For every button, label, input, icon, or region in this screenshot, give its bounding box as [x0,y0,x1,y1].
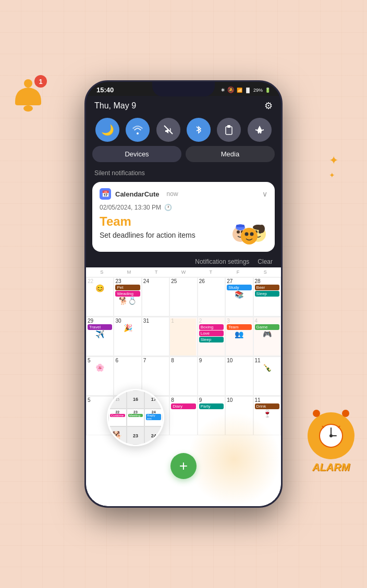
cal-event-team: Team [227,324,251,330]
bluetooth-toggle[interactable] [187,118,211,142]
cal-event-diary: Diary [171,403,195,409]
cal-date-24: 24 [143,278,168,284]
devices-tab[interactable]: Devices [92,146,181,162]
cal-day-28[interactable]: 28 Beer Sleep [253,277,281,316]
cal-day-27[interactable]: 27 Study 📚 [225,277,253,316]
airplane-toggle[interactable] [248,118,272,142]
notif-chevron-icon[interactable]: ∨ [262,190,267,198]
cal-day-10[interactable]: 10 [225,357,253,396]
phone-frame: 15:40 ∗ 🔕 📶 ▐▌ 29% 🔋 Thu, May 9 ⚙ 🌙 [84,80,283,508]
settings-gear-icon[interactable]: ⚙ [264,100,273,112]
cal-date-23: 23 [115,278,140,284]
svg-rect-9 [227,125,230,128]
cal-day-1[interactable]: 1 [169,317,197,356]
cal-date-25: 25 [171,278,195,284]
circular-popup[interactable]: 15 16 17 22 Custome 23 Meeting [107,389,164,446]
cal-emoji-18: 🍷 [255,410,279,417]
cal-day-18[interactable]: 11 Drink 🍷 [253,396,281,435]
cal-date-11: 11 [255,358,279,363]
day-wed: W [170,268,197,276]
cal-date-7: 7 [143,358,168,363]
cal-day-25[interactable]: 25 [169,277,197,316]
cal-date-31: 31 [143,318,168,324]
cal-date-16: 9 [199,397,224,403]
svg-point-17 [259,225,265,233]
popup-cell-24: 24 Reply em [144,409,163,427]
cal-day-4[interactable]: 4 Game 🎮 [253,317,281,356]
calendar-week-1: 22 😊 23 Pet Weading 🐕💍 24 25 [86,277,281,316]
cal-day-29[interactable]: 29 Travel ✈️ [86,317,114,356]
wifi-icon: 📶 [237,88,242,93]
cal-day-30[interactable]: 30 🎉 [114,317,141,356]
cal-emoji-4: 🎮 [255,330,279,338]
notif-team-emoji [231,214,267,246]
cal-emoji-23: 🐕💍 [115,297,140,304]
svg-rect-22 [236,225,244,227]
popup-cell-23b: 23 [127,426,145,445]
cal-event-weading: Weading [115,291,140,297]
cal-day-31[interactable]: 31 [142,317,169,356]
cal-event-travel: Travel [88,324,112,330]
quick-toggles: 🌙 [86,116,281,146]
date-header: Thu, May 9 ⚙ [86,96,281,116]
mute-icon: 🔕 [227,87,235,93]
svg-point-11 [237,230,240,234]
cal-day-17[interactable]: 10 [225,396,253,435]
popup-cell-16: 16 [127,390,145,409]
cal-date-3: 3 [227,318,251,324]
cal-date-22: 22 [88,278,112,284]
cal-emoji-3: 👥 [227,330,251,338]
cal-event-game: Game [255,324,279,330]
cal-day-26[interactable]: 26 [198,277,225,316]
status-icons: ∗ 🔕 📶 ▐▌ 29% 🔋 [221,87,271,93]
notif-date-row: 02/05/2024, 13:30 PM 🕐 [100,204,267,211]
cal-day-8[interactable]: 8 [169,357,197,396]
notification-settings-btn[interactable]: Notification settings [195,258,249,265]
svg-rect-8 [226,127,232,134]
silent-notifications-label: Silent notifications [86,166,281,180]
status-time: 15:40 [96,86,114,94]
wifi-toggle[interactable] [126,118,150,142]
cal-day-2[interactable]: 2 Boxing Love Sleep [198,317,225,356]
sound-toggle[interactable] [156,118,180,142]
notification-card[interactable]: 📅 CalendarCute now ∨ 02/05/2024, 13:30 P… [92,182,275,252]
cal-event-drink: Drink [255,403,279,409]
svg-point-18 [241,228,258,244]
bluetooth-icon: ∗ [221,87,225,93]
cal-date-17: 10 [227,397,251,403]
bell-badge: 1 [34,75,47,88]
cal-emoji-30: 🎉 [115,324,140,332]
notif-event-date: 02/05/2024, 13:30 PM [100,204,161,211]
cal-day-7[interactable]: 7 [142,357,169,396]
stars-decoration: ✦✦ [329,154,338,181]
cal-day-11[interactable]: 11 🍾 [253,357,281,396]
phone-screen: 15:40 ∗ 🔕 📶 ▐▌ 29% 🔋 Thu, May 9 ⚙ 🌙 [86,82,281,506]
popup-grid: 15 16 17 22 Custome 23 Meeting [108,390,163,445]
cal-event-sleep: Sleep [255,291,279,297]
cal-day-9[interactable]: 9 [198,357,225,396]
media-tab[interactable]: Media [186,146,275,162]
clipboard-toggle[interactable] [217,118,241,142]
mute-icon-svg [163,125,174,135]
cal-day-23[interactable]: 23 Pet Weading 🐕💍 [114,277,141,316]
dnd-toggle[interactable]: 🌙 [95,118,119,142]
cal-day-16[interactable]: 9 Party [198,396,225,435]
notification-clear-btn[interactable]: Clear [258,258,273,265]
cal-day-5[interactable]: 5 🌸 [86,357,114,396]
popup-cell-23: 23 Meeting [127,409,145,427]
fab-add-button[interactable]: + [170,453,197,479]
svg-point-19 [245,232,249,236]
day-mon: M [115,268,142,276]
phone-notch [152,82,215,96]
alarm-clock-icon [308,412,354,459]
day-tue: T [143,268,170,276]
cal-day-24[interactable]: 24 [142,277,169,316]
cal-date-10: 10 [227,358,251,363]
cal-day-15[interactable]: 8 Diary [169,396,197,435]
cal-date-1: 1 [171,318,195,324]
cal-date-27: 27 [227,278,251,284]
team-faces-svg [231,214,267,246]
cal-day-3[interactable]: 3 Team 👥 [225,317,253,356]
cal-day-22[interactable]: 22 😊 [86,277,114,316]
calendar-section: S M T W T F S 22 😊 23 Pet [86,267,281,506]
